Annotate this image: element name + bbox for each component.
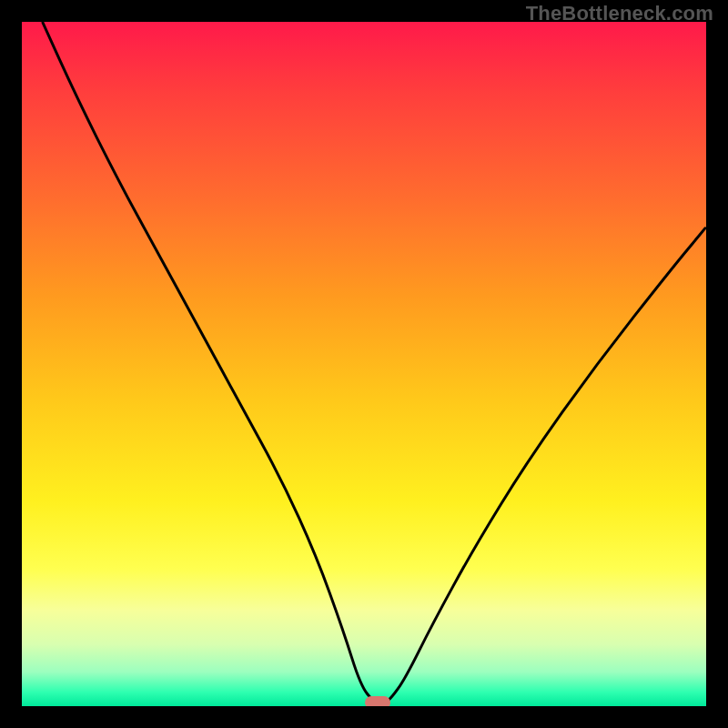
chart-frame: TheBottleneck.com bbox=[0, 0, 728, 728]
bottleneck-curve bbox=[43, 22, 706, 703]
curve-svg bbox=[22, 22, 706, 706]
watermark-text: TheBottleneck.com bbox=[526, 2, 713, 25]
plot-area bbox=[22, 22, 706, 706]
optimal-marker bbox=[365, 696, 390, 706]
